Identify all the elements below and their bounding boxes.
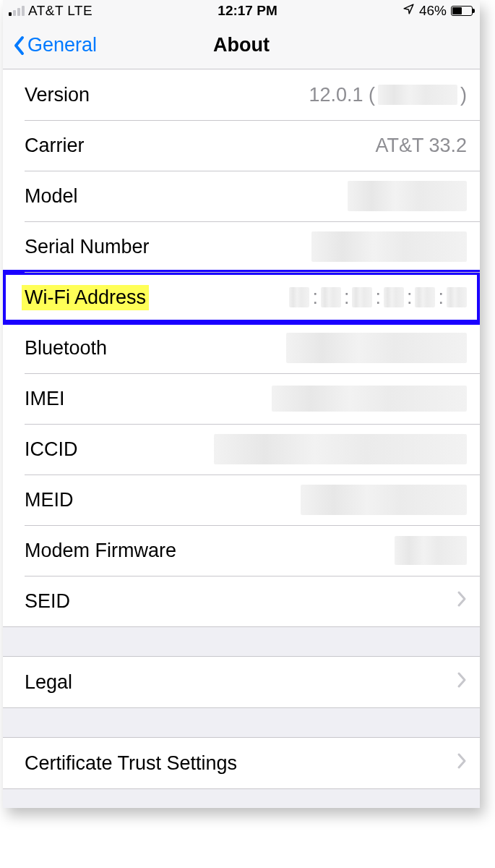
back-button[interactable]: General <box>12 34 97 56</box>
row-bluetooth: Bluetooth <box>3 323 480 373</box>
status-left: AT&T LTE <box>9 3 92 19</box>
battery-icon <box>451 6 473 16</box>
redacted-value <box>348 181 467 211</box>
row-meid: MEID <box>3 475 480 525</box>
row-seid[interactable]: SEID <box>3 576 480 626</box>
row-label-version: Version <box>25 84 90 106</box>
redacted-value <box>289 287 309 307</box>
status-time: 12:17 PM <box>218 3 277 19</box>
row-model: Model <box>3 171 480 221</box>
redacted-value <box>415 287 435 307</box>
row-value-carrier: AT&T 33.2 <box>375 135 467 157</box>
row-modem-firmware: Modem Firmware <box>3 525 480 576</box>
row-value-model <box>348 181 467 211</box>
location-icon <box>403 3 415 19</box>
row-certificate-trust-settings[interactable]: Certificate Trust Settings <box>3 738 480 788</box>
chevron-right-icon <box>457 752 467 775</box>
status-battery-percent: 46% <box>419 3 447 19</box>
row-label-legal: Legal <box>25 671 72 694</box>
back-label: General <box>27 34 97 56</box>
row-disclosure <box>451 752 467 775</box>
redacted-value <box>378 85 457 105</box>
row-label-imei: IMEI <box>25 388 65 410</box>
row-wifi-address: Wi-Fi Address : : : : : <box>3 272 480 323</box>
status-right: 46% <box>403 3 473 19</box>
redacted-value <box>272 386 467 412</box>
row-label-modem: Modem Firmware <box>25 540 176 562</box>
row-label-wifi: Wi-Fi Address <box>22 285 149 310</box>
row-label-carrier: Carrier <box>25 135 85 157</box>
row-legal[interactable]: Legal <box>3 657 480 707</box>
row-value-wifi: : : : : : <box>289 286 467 309</box>
row-label-model: Model <box>25 185 78 208</box>
redacted-value <box>352 287 372 307</box>
row-value-bluetooth <box>286 333 467 363</box>
status-carrier: AT&T <box>28 3 64 19</box>
redacted-value <box>214 434 467 464</box>
row-label-bluetooth: Bluetooth <box>25 337 107 359</box>
redacted-value <box>395 536 467 565</box>
status-network-type: LTE <box>67 3 92 19</box>
row-value-modem <box>395 536 467 565</box>
row-disclosure <box>451 590 467 613</box>
redacted-value <box>301 485 467 515</box>
row-serial-number: Serial Number <box>3 221 480 272</box>
row-value-meid <box>301 485 467 515</box>
row-iccid: ICCID <box>3 424 480 475</box>
row-value-version: 12.0.1 ( ) <box>309 84 467 106</box>
row-carrier: Carrier AT&T 33.2 <box>3 120 480 171</box>
redacted-value <box>286 333 467 363</box>
redacted-value <box>321 287 341 307</box>
row-disclosure <box>451 671 467 694</box>
redacted-value <box>447 287 467 307</box>
row-label-meid: MEID <box>25 489 74 511</box>
row-version: Version 12.0.1 ( ) <box>3 69 480 120</box>
row-label-iccid: ICCID <box>25 438 78 461</box>
redacted-value <box>311 231 467 262</box>
signal-bars-icon <box>9 6 25 16</box>
row-label-cert: Certificate Trust Settings <box>25 752 237 775</box>
status-bar: AT&T LTE 12:17 PM 46% <box>3 0 480 22</box>
row-value-imei <box>272 386 467 412</box>
row-value-serial <box>311 231 467 262</box>
chevron-right-icon <box>457 590 467 613</box>
chevron-right-icon <box>457 671 467 694</box>
row-value-iccid <box>214 434 467 464</box>
nav-bar: General About <box>3 22 480 69</box>
row-label-serial: Serial Number <box>25 236 150 258</box>
chevron-left-icon <box>12 35 26 56</box>
row-imei: IMEI <box>3 373 480 424</box>
row-label-seid: SEID <box>25 590 70 613</box>
redacted-value <box>384 287 404 307</box>
page-title: About <box>213 34 270 56</box>
